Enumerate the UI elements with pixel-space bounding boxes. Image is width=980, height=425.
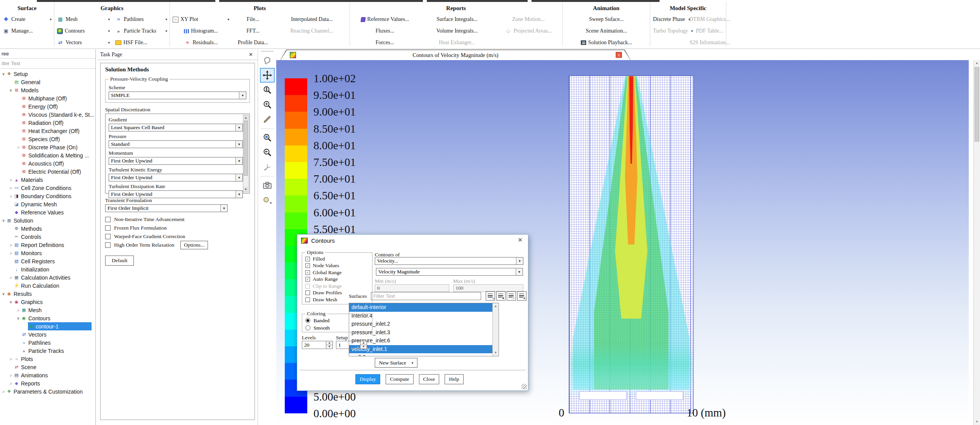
surfaces-expand-groups-button[interactable]: ▼ <box>496 291 506 301</box>
ribbon-item-scene-animation[interactable]: Scene Animation... <box>563 25 650 37</box>
ribbon-item-fft[interactable]: FFT... <box>232 25 274 37</box>
tree-item-discrete-phase-on[interactable]: >⊞Discrete Phase (On) <box>0 143 95 151</box>
chevron-collapsed-icon[interactable]: > <box>8 373 14 378</box>
ribbon-item-create[interactable]: ✚Create▾ <box>0 14 54 25</box>
tree-item-energy-off[interactable]: ⊞Energy (Off) <box>0 102 95 111</box>
tree-item-cell-registers[interactable]: ▧Cell Registers <box>0 257 95 265</box>
checkbox-row-frozen-flux-formulation[interactable]: Frozen Flux Formulation <box>105 224 250 232</box>
tree-item-species-off[interactable]: ⊞Species (Off) <box>0 135 95 143</box>
ribbon-item-turbo-topology[interactable]: Turbo Topology▾ <box>650 25 693 37</box>
ribbon-item-discrete-phase[interactable]: Discrete Phase▾ <box>650 14 693 25</box>
toolbar-drag-handle[interactable] <box>261 51 273 52</box>
rotate-view-tool-button[interactable] <box>261 54 274 67</box>
tree-item-contours[interactable]: ∨◉Contours <box>0 314 95 322</box>
scroll-up-icon[interactable]: ▲ <box>243 115 248 120</box>
checkbox-row-non-iterative-time-advancement[interactable]: Non-Iterative Time Advancement <box>105 215 250 223</box>
surface-item-wall-7[interactable]: wall.7 <box>349 353 493 356</box>
tree-item-multiphase-off[interactable]: ⊞Multiphase (Off) <box>0 94 95 102</box>
dropdown-arrow-icon[interactable]: ▼ <box>516 268 523 275</box>
checkbox-icon[interactable] <box>305 257 310 261</box>
tree-item-contour-1[interactable]: ◉contour-1 <box>0 322 95 330</box>
tree-item-plots[interactable]: >~Plots <box>0 355 95 363</box>
tree-item-run-calculation[interactable]: ⚡Run Calculation <box>0 282 95 290</box>
checkbox-row-warped-face-gradient-correction[interactable]: Warped-Face Gradient Correction <box>105 232 250 240</box>
tree-item-viscous-standard-k-e-st[interactable]: ⊞Viscous (Standard k-e, St... <box>0 111 95 119</box>
tree-item-general[interactable]: ▤General <box>0 78 95 86</box>
dropdown-arrow-icon[interactable]: ▼ <box>235 141 242 148</box>
ribbon-item-reference-values[interactable]: Reference Values... <box>350 14 420 25</box>
scheme-dropdown[interactable]: SIMPLE ▼ <box>109 92 246 99</box>
tree-item-heat-exchanger-off[interactable]: ⊞Heat Exchanger (Off) <box>0 127 95 135</box>
chevron-expanded-icon[interactable]: ∨ <box>1 292 6 296</box>
tree-item-scene[interactable]: ⇄Scene <box>0 363 95 371</box>
tree-item-controls[interactable]: ✂Controls <box>0 233 95 241</box>
chevron-collapsed-icon[interactable]: > <box>16 308 21 313</box>
zoom-previous-tool-button[interactable] <box>261 146 274 159</box>
tree-item-acoustics-off[interactable]: ⊞Acoustics (Off) <box>0 159 95 168</box>
ribbon-item-forces[interactable]: Forces... <box>350 37 420 48</box>
chevron-collapsed-icon[interactable]: > <box>8 186 14 190</box>
ribbon-item-xy-plot[interactable]: ~XY Plot▾ <box>170 14 232 25</box>
tree-item-parameters-customization[interactable]: >❖Parameters & Customization <box>0 387 95 396</box>
gradient-dropdown[interactable]: Least Squares Cell Based▼ <box>109 124 243 131</box>
checkbox-icon[interactable] <box>105 225 111 231</box>
ribbon-item-pdf-table[interactable]: PDF Table... <box>693 25 726 37</box>
radio-icon[interactable] <box>305 325 310 330</box>
graphics-window-tab[interactable]: Contours of Velocity Magnitude (m/s) x <box>280 50 630 60</box>
chevron-collapsed-icon[interactable]: > <box>16 145 21 150</box>
scroll-up-icon[interactable]: ▲ <box>974 60 980 66</box>
tree-item-particle-tracks[interactable]: »Particle Tracks <box>0 347 95 355</box>
checkbox-icon[interactable] <box>105 217 111 222</box>
surface-item-pressure-inlet-6[interactable]: pressure_inlet.6 <box>349 337 493 345</box>
chevron-expanded-icon[interactable]: ∨ <box>16 316 21 320</box>
coloring-option-smooth[interactable]: Smooth <box>305 324 372 332</box>
option-row-auto-range[interactable]: Auto Range <box>305 276 372 283</box>
dropdown-arrow-icon[interactable]: ▼ <box>220 205 227 212</box>
zoom-in-tool-button[interactable] <box>261 98 274 111</box>
tree-item-electric-potential-off[interactable]: ⊞Electric Potential (Off) <box>0 168 95 176</box>
headlights-tool-button[interactable] <box>261 193 274 207</box>
ribbon-item-vectors[interactable]: ⇄Vectors▾ <box>54 37 113 48</box>
ribbon-item-pathlines[interactable]: ≈Pathlines▾ <box>113 14 170 25</box>
options-button[interactable]: Options... <box>180 241 208 249</box>
tree-item-solidification-melting[interactable]: ⊞Solidification & Melting ... <box>0 151 95 159</box>
tree-item-cell-zone-conditions[interactable]: >▭Cell Zone Conditions <box>0 184 95 192</box>
spin-up-icon[interactable]: ▲ <box>360 341 367 345</box>
turbulent-dissipation-rate-dropdown[interactable]: First Order Upwind▼ <box>109 190 243 198</box>
display-button[interactable]: Display <box>355 374 380 384</box>
scrollbar[interactable]: ▲ ▼ <box>243 115 249 192</box>
checkbox-icon[interactable] <box>305 277 310 282</box>
chevron-expanded-icon[interactable]: ∨ <box>8 88 14 92</box>
tree-item-setup[interactable]: ∨❖Setup <box>0 70 95 78</box>
new-surface-button[interactable]: New Surface ▾ <box>375 358 417 368</box>
tree-item-report-definitions[interactable]: >▧Report Definitions <box>0 241 95 249</box>
ribbon-item-projected-areas[interactable]: ◇Projected Areas... <box>494 25 563 37</box>
contour-variable-dropdown[interactable]: Velocity Magnitude ▼ <box>376 268 523 276</box>
spin-down-icon[interactable]: ▼ <box>326 345 332 349</box>
chevron-expanded-icon[interactable]: ∨ <box>1 72 6 76</box>
ribbon-item-manage[interactable]: ▣Manage... <box>0 25 54 37</box>
close-button[interactable]: Close <box>419 374 440 384</box>
tree-item-vectors[interactable]: ⇄Vectors <box>0 330 95 339</box>
tree-item-radiation-off[interactable]: ⊞Radiation (Off) <box>0 119 95 127</box>
surfaces-select-all-button[interactable]: ✓ <box>507 291 516 301</box>
tree-item-solution[interactable]: ∨▦Solution <box>0 216 95 225</box>
ribbon-item-dtrm-graphics[interactable]: DTRM Graphics... <box>693 14 726 25</box>
coloring-option-banded[interactable]: Banded <box>305 317 372 324</box>
scroll-down-icon[interactable]: ▼ <box>243 187 248 192</box>
tree-item-materials[interactable]: >▲Materials <box>0 176 95 184</box>
zoom-to-fit-tool-button[interactable] <box>261 131 274 144</box>
tree-item-calculation-activities[interactable]: >▦Calculation Activities <box>0 273 95 282</box>
chevron-collapsed-icon[interactable]: > <box>8 381 14 386</box>
spin-down-icon[interactable]: ▼ <box>360 345 367 349</box>
tree-item-boundary-conditions[interactable]: >◨Boundary Conditions <box>0 192 95 200</box>
chevron-collapsed-icon[interactable]: > <box>8 243 14 247</box>
orient-axes-tool-button[interactable] <box>261 161 274 174</box>
pan-tool-button[interactable] <box>261 69 274 82</box>
snapshot-tool-button[interactable] <box>261 179 274 192</box>
momentum-dropdown[interactable]: First Order Upwind▼ <box>109 157 243 165</box>
surfaces-filter-input[interactable]: Filter Text <box>371 292 481 300</box>
checkbox-icon[interactable] <box>305 297 310 302</box>
spin-up-icon[interactable]: ▲ <box>326 341 332 345</box>
option-row-filled[interactable]: Filled <box>305 256 372 263</box>
